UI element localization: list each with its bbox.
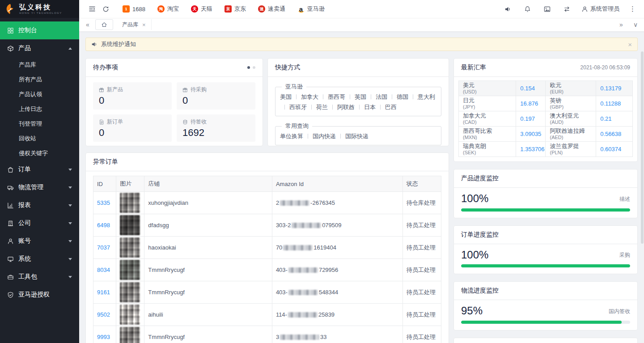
order-id-link[interactable]: 5335 bbox=[97, 199, 110, 206]
stat-to-sign[interactable]: 待签收 1692 bbox=[177, 114, 255, 142]
carousel-dot[interactable] bbox=[253, 66, 255, 69]
link-jd[interactable]: 京 京东 bbox=[225, 5, 246, 13]
scrollbar[interactable] bbox=[641, 33, 644, 342]
monitor-card-logistics-domestic: 物流进度监控 95% 国内签收 bbox=[453, 281, 638, 330]
tab-product-library[interactable]: 产品库 × bbox=[117, 19, 152, 30]
order-id-link[interactable]: 8034 bbox=[97, 267, 110, 273]
link-aliexpress[interactable]: 速 速卖通 bbox=[258, 5, 285, 13]
close-icon[interactable]: × bbox=[142, 22, 146, 28]
product-image[interactable] bbox=[120, 282, 140, 302]
tabs-scroll-right-icon[interactable]: » bbox=[617, 21, 625, 28]
tabs-scroll-left-icon[interactable]: « bbox=[84, 21, 92, 28]
tabs-menu-icon[interactable]: ∨ bbox=[631, 21, 640, 28]
product-image[interactable] bbox=[120, 193, 140, 213]
redacted-text bbox=[288, 290, 318, 295]
sidebar-item-system[interactable]: 系统 bbox=[0, 250, 79, 268]
sidebar-subitem-listing-management[interactable]: 刊登管理 bbox=[0, 116, 79, 131]
announcement-icon[interactable] bbox=[503, 4, 513, 14]
shortcut-link-domestic-express[interactable]: 国内快递 bbox=[313, 133, 336, 140]
sidebar-item-label: 物流管理 bbox=[18, 183, 43, 191]
link-tmall[interactable]: 天 天猫 bbox=[191, 5, 212, 13]
card-title: 物流进度监控 bbox=[461, 287, 499, 295]
product-image[interactable] bbox=[120, 237, 140, 258]
stat-to-purchase[interactable]: 待采购 0 bbox=[177, 82, 255, 110]
divider bbox=[350, 94, 350, 99]
sidebar-item-toolkit[interactable]: 工具包 bbox=[0, 268, 79, 286]
product-image[interactable] bbox=[120, 305, 140, 325]
sidebar-item-logistics[interactable]: 物流管理 bbox=[0, 178, 79, 196]
sidebar-item-console[interactable]: 控制台 bbox=[0, 21, 79, 39]
rate-row: 日元(JPY) 16.876 英镑(GBP) 0.11288 bbox=[459, 96, 633, 111]
refresh-icon[interactable] bbox=[101, 4, 110, 14]
top-header: 1 1688 淘 淘宝 天 天猫 京 京东 速 速卖通 a 亚马逊 bbox=[79, 0, 644, 18]
link-taobao[interactable]: 淘 淘宝 bbox=[157, 5, 179, 13]
sidebar-subitem-upload-log[interactable]: 上传日志 bbox=[0, 102, 79, 116]
shortcut-link-japan[interactable]: 日本 bbox=[364, 104, 376, 110]
order-id-link[interactable]: 9993 bbox=[97, 334, 110, 340]
link-amazon[interactable]: a 亚马逊 bbox=[297, 5, 325, 13]
order-id-link[interactable]: 9502 bbox=[97, 311, 110, 318]
shortcut-link-france[interactable]: 法国 bbox=[376, 93, 387, 100]
shortcut-link-uk[interactable]: 英国 bbox=[355, 93, 366, 100]
rate-row: 美元(USD) 0.154 欧元(EUR) 0.13179 bbox=[459, 81, 633, 96]
order-id-link[interactable]: 9161 bbox=[97, 289, 110, 296]
switch-icon[interactable] bbox=[562, 4, 572, 14]
shortcut-link-brazil[interactable]: 巴西 bbox=[385, 104, 397, 110]
sidebar-subitem-recycle-bin[interactable]: 回收站 bbox=[0, 131, 79, 146]
bell-icon[interactable] bbox=[522, 4, 532, 14]
tabbar-right: » ∨ bbox=[617, 21, 640, 28]
stat-value: 0 bbox=[99, 95, 166, 106]
shortcut-link-netherlands[interactable]: 荷兰 bbox=[316, 104, 328, 110]
carousel-dot-active[interactable] bbox=[247, 66, 250, 69]
link-1688[interactable]: 1 1688 bbox=[123, 5, 145, 13]
shortcut-link-canada[interactable]: 加拿大 bbox=[301, 93, 318, 100]
brand-text: 弘义科技 HONG YI TECHNOLOGY bbox=[19, 4, 62, 14]
tab-home[interactable] bbox=[95, 19, 113, 30]
sidebar-collapse-icon[interactable] bbox=[87, 4, 97, 14]
shield-icon bbox=[7, 292, 14, 298]
notice-close-icon[interactable]: × bbox=[628, 41, 632, 48]
sidebar-subitem-infringement-keywords[interactable]: 侵权关键字 bbox=[0, 146, 79, 161]
shortcut-link-unit-convert[interactable]: 单位换算 bbox=[280, 133, 303, 140]
brand-name: 弘义科技 bbox=[19, 4, 62, 11]
user-menu[interactable]: 系统管理员 bbox=[581, 5, 619, 13]
todo-stats: 新产品 0 待采购 0 bbox=[86, 77, 263, 147]
monitor-icon bbox=[7, 256, 14, 263]
sidebar-item-amazon-auth[interactable]: 亚马逊授权 bbox=[0, 286, 79, 304]
sidebar-subitem-product-claim[interactable]: 产品认领 bbox=[0, 87, 79, 102]
table-row: 9993 TmmnRrycugf 333 待员工处理 bbox=[93, 326, 441, 343]
aliexpress-icon: 速 bbox=[258, 5, 265, 13]
product-image[interactable] bbox=[120, 215, 140, 235]
1688-icon: 1 bbox=[123, 5, 130, 13]
product-image[interactable] bbox=[120, 260, 140, 280]
shortcut-link-mexico[interactable]: 墨西哥 bbox=[328, 93, 345, 100]
sidebar-item-product[interactable]: 产品 bbox=[0, 39, 79, 57]
product-image[interactable] bbox=[120, 327, 140, 343]
shortcut-link-international-express[interactable]: 国际快递 bbox=[345, 133, 369, 140]
image-icon[interactable] bbox=[542, 4, 552, 14]
chevron-down-icon bbox=[68, 204, 72, 207]
sidebar-subitem-product-library[interactable]: 产品库 bbox=[0, 57, 79, 72]
person-icon bbox=[7, 238, 14, 245]
marketplace-links: 1 1688 淘 淘宝 天 天猫 京 京东 速 速卖通 a 亚马逊 bbox=[110, 5, 325, 13]
scrollbar-thumb[interactable] bbox=[641, 51, 644, 244]
sidebar-subitem-all-products[interactable]: 所有产品 bbox=[0, 72, 79, 87]
shortcut-link-uae[interactable]: 阿联酋 bbox=[337, 104, 355, 110]
sidebar-item-orders[interactable]: 订单 bbox=[0, 161, 79, 178]
shortcut-link-us[interactable]: 美国 bbox=[280, 93, 292, 100]
shortcut-link-italy[interactable]: 意大利 bbox=[418, 93, 435, 100]
sidebar-item-label: 报表 bbox=[18, 201, 31, 209]
sidebar-item-reports[interactable]: 报表 bbox=[0, 196, 79, 214]
stat-new-products[interactable]: 新产品 0 bbox=[93, 82, 172, 110]
stat-value: 1692 bbox=[182, 127, 250, 139]
sidebar-item-company[interactable]: 公司 bbox=[0, 214, 79, 232]
order-id-link[interactable]: 7037 bbox=[97, 244, 110, 251]
shortcut-link-germany[interactable]: 德国 bbox=[397, 93, 408, 100]
divider bbox=[311, 105, 312, 110]
sidebar-item-accounts[interactable]: 账号 bbox=[0, 232, 79, 250]
stat-new-orders[interactable]: 新订单 0 bbox=[93, 114, 172, 142]
shortcut-link-spain[interactable]: 西班牙 bbox=[289, 104, 307, 110]
shop-name: TmmnRrycugf bbox=[148, 334, 185, 340]
more-icon[interactable]: ⋮ bbox=[629, 5, 636, 13]
order-id-link[interactable]: 6498 bbox=[97, 222, 110, 229]
